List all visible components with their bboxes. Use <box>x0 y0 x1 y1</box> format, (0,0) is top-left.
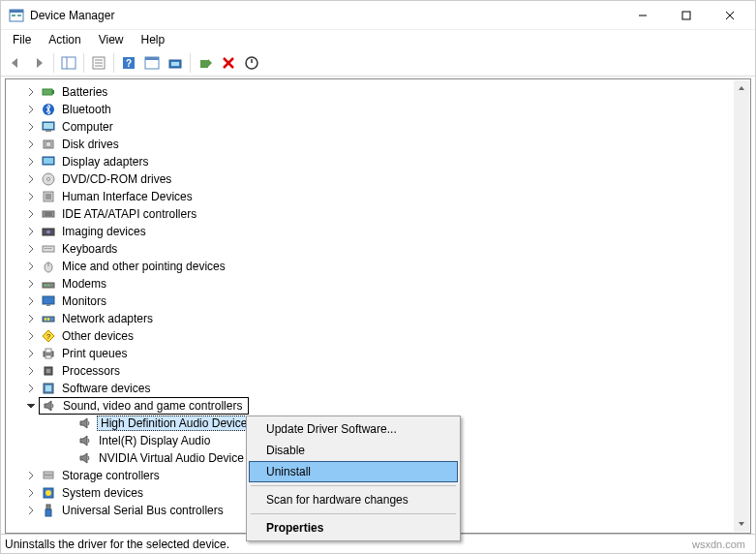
svg-rect-53 <box>43 296 54 304</box>
svg-text:?: ? <box>46 332 51 341</box>
menu-view[interactable]: View <box>91 31 132 48</box>
svg-rect-45 <box>46 248 47 249</box>
svg-rect-56 <box>45 318 46 321</box>
menubar: File Action View Help <box>1 30 755 49</box>
monitor-icon <box>41 293 56 309</box>
update-driver-button[interactable] <box>195 52 216 74</box>
sound-icon <box>77 433 93 448</box>
tree-item[interactable]: Print queues <box>6 345 750 362</box>
system-icon <box>41 485 56 501</box>
menu-help[interactable]: Help <box>134 31 173 48</box>
tree-item-label: Other devices <box>60 329 136 343</box>
tree-item[interactable]: Processors <box>6 362 750 380</box>
minimize-button[interactable] <box>620 2 664 29</box>
show-hide-tree-button[interactable] <box>58 52 79 74</box>
scan-hardware-button[interactable] <box>165 52 186 74</box>
chevron-right-icon[interactable] <box>25 208 37 220</box>
scroll-down-button[interactable] <box>734 516 749 532</box>
chevron-right-icon[interactable] <box>25 330 37 342</box>
tree-item[interactable]: Batteries <box>6 83 750 101</box>
chevron-right-icon[interactable] <box>25 156 37 168</box>
tree-item[interactable]: Network adapters <box>6 310 750 327</box>
tree-item-label: Batteries <box>60 85 109 99</box>
chevron-right-icon[interactable] <box>25 365 37 377</box>
tree-item[interactable]: Bluetooth <box>6 101 750 118</box>
cm-scan-hardware[interactable]: Scan for hardware changes <box>249 489 458 510</box>
tree-item-label: Processors <box>60 364 122 378</box>
toolbar-separator <box>113 53 114 73</box>
tree-item[interactable]: Human Interface Devices <box>6 188 750 205</box>
expand-placeholder <box>62 417 74 429</box>
tree-item[interactable]: Mice and other pointing devices <box>6 258 750 275</box>
tree-item[interactable]: ?Other devices <box>6 327 750 345</box>
chevron-right-icon[interactable] <box>25 243 37 255</box>
chevron-right-icon[interactable] <box>25 278 37 290</box>
chevron-right-icon[interactable] <box>25 470 37 481</box>
tree-item[interactable]: Modems <box>6 275 750 292</box>
maximize-button[interactable] <box>664 2 708 29</box>
svg-rect-25 <box>52 90 54 94</box>
display-icon <box>41 154 56 169</box>
svg-point-51 <box>45 285 46 287</box>
chevron-down-icon[interactable] <box>25 400 37 412</box>
svg-rect-71 <box>45 509 51 516</box>
tree-item[interactable]: DVD/CD-ROM drives <box>6 170 750 188</box>
chevron-right-icon[interactable] <box>25 226 37 237</box>
menu-action[interactable]: Action <box>41 31 88 48</box>
toolbar-separator <box>53 53 54 73</box>
svg-point-31 <box>45 141 51 147</box>
scroll-thumb[interactable] <box>734 96 749 516</box>
print-icon <box>41 346 56 361</box>
back-button[interactable] <box>5 52 26 74</box>
svg-point-69 <box>45 490 51 496</box>
scroll-up-button[interactable] <box>734 80 749 96</box>
chevron-right-icon[interactable] <box>25 121 37 133</box>
cm-uninstall[interactable]: Uninstall <box>249 461 458 482</box>
tree-item[interactable]: Sound, video and game controllers <box>6 397 750 415</box>
tree-item[interactable]: Computer <box>6 118 750 136</box>
tree-item[interactable]: Software devices <box>6 380 750 397</box>
uninstall-button-toolbar[interactable] <box>218 52 239 74</box>
tree-item[interactable]: Imaging devices <box>6 223 750 240</box>
chevron-right-icon[interactable] <box>25 191 37 202</box>
chevron-right-icon[interactable] <box>25 487 37 499</box>
chevron-right-icon[interactable] <box>25 138 37 150</box>
toolbar-separator <box>190 53 191 73</box>
tree-item-label: Sound, video and game controllers <box>61 399 244 413</box>
chevron-right-icon[interactable] <box>25 295 37 307</box>
tree-item[interactable]: Display adapters <box>6 153 750 170</box>
properties-button[interactable] <box>88 52 109 74</box>
scrollbar[interactable] <box>734 80 749 532</box>
tree-item[interactable]: Monitors <box>6 292 750 310</box>
chevron-right-icon[interactable] <box>25 173 37 185</box>
cm-properties[interactable]: Properties <box>249 517 458 539</box>
tree-item[interactable]: Disk drives <box>6 136 750 153</box>
tree-item[interactable]: Keyboards <box>6 240 750 258</box>
tree-item-label: High Definition Audio Device <box>97 416 251 431</box>
svg-rect-44 <box>45 248 45 249</box>
chevron-right-icon[interactable] <box>25 313 37 324</box>
svg-rect-20 <box>200 60 208 68</box>
chevron-right-icon[interactable] <box>25 348 37 359</box>
cm-update-driver[interactable]: Update Driver Software... <box>249 418 458 440</box>
action-toolbar-button[interactable] <box>141 52 163 74</box>
chevron-right-icon[interactable] <box>25 86 37 98</box>
forward-button[interactable] <box>28 52 49 74</box>
chevron-right-icon[interactable] <box>25 383 37 394</box>
help-button[interactable]: ? <box>118 52 139 74</box>
svg-rect-33 <box>44 158 53 164</box>
computer-icon <box>41 119 56 135</box>
other-icon: ? <box>41 328 56 344</box>
chevron-right-icon[interactable] <box>25 505 37 516</box>
svg-rect-60 <box>45 349 51 353</box>
close-button[interactable] <box>708 2 751 29</box>
menu-file[interactable]: File <box>5 31 39 48</box>
chevron-right-icon[interactable] <box>25 104 37 115</box>
svg-rect-66 <box>44 472 53 475</box>
mouse-icon <box>41 259 56 274</box>
chevron-right-icon[interactable] <box>25 261 37 272</box>
tree-item-label: Storage controllers <box>60 469 162 482</box>
cm-disable[interactable]: Disable <box>249 440 458 461</box>
tree-item[interactable]: IDE ATA/ATAPI controllers <box>6 205 750 223</box>
disable-button-toolbar[interactable] <box>241 52 262 74</box>
